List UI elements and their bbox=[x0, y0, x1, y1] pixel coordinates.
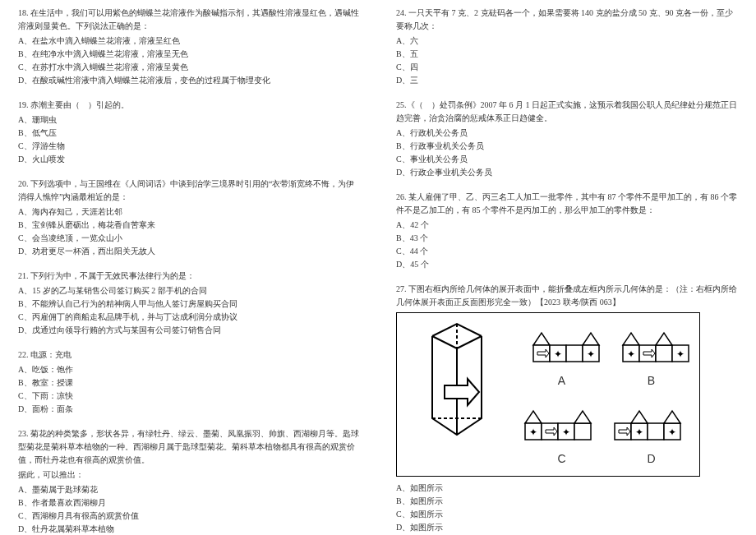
option-b: B、43 个 bbox=[396, 232, 738, 245]
left-column: 18. 在生活中，我们可以用紫色的蝴蝶兰花溶液作为酸碱指示剂，其遇酸性溶液显红色… bbox=[0, 7, 378, 528]
question-stem: 23. 菊花的种类繁多，形状各异，有绿牡丹、绿云、墨菊、凤凰振羽、帅旗、西湖柳月… bbox=[18, 427, 360, 467]
question-stem: 26. 某人雇佣了甲、乙、丙三名工人加工一批零件，其中有 87 个零件不是甲加工… bbox=[396, 191, 738, 217]
question-stem: 22. 电源：充电 bbox=[18, 348, 360, 362]
option-a: A、行政机关公务员 bbox=[396, 127, 738, 140]
question-25: 25.《（ ）处罚条例》2007 年 6 月 1 日起正式实施，这预示着我国公职… bbox=[396, 99, 738, 179]
question-19: 19. 赤潮主要由（ ）引起的。 A、珊瑚虫 B、低气压 C、浮游生物 D、火山… bbox=[18, 99, 360, 166]
option-b: B、作者最喜欢西湖柳月 bbox=[18, 496, 360, 510]
option-d: D、戊通过向领导行贿的方式与某国有公司签订销售合同 bbox=[18, 324, 360, 337]
net-label-a: A bbox=[558, 371, 565, 390]
option-c: C、西湖柳月具有很高的观赏价值 bbox=[18, 510, 360, 523]
option-a: A、在盐水中滴入蝴蝶兰花溶液，溶液呈红色 bbox=[18, 35, 360, 48]
question-stem: 18. 在生活中，我们可以用紫色的蝴蝶兰花溶液作为酸碱指示剂，其遇酸性溶液显红色… bbox=[18, 7, 360, 33]
net-a-icon: ✦ ✦ bbox=[521, 321, 603, 370]
option-b: B、如图所示 bbox=[396, 495, 738, 508]
question-22: 22. 电源：充电 A、吃饭：饱作 B、教室：授课 C、下雨：凉快 D、面粉：面… bbox=[18, 348, 360, 416]
option-b: B、低气压 bbox=[18, 127, 360, 140]
option-b: B、不能辨认自己行为的精神病人甲与他人签订房屋购买合同 bbox=[18, 297, 360, 311]
net-option-a: ✦ ✦ A bbox=[520, 320, 603, 391]
question-26: 26. 某人雇佣了甲、乙、丙三名工人加工一批零件，其中有 87 个零件不是甲加工… bbox=[396, 191, 738, 271]
option-d: D、在酸或碱性溶液中滴入蝴蝶兰花溶液后，变色的过程属于物理变化 bbox=[18, 74, 360, 87]
net-label-d: D bbox=[647, 450, 655, 468]
option-b: B、行政事业机关公务员 bbox=[396, 140, 738, 153]
question-20: 20. 下列选项中，与王国维在《人间词话》中谈到治学三境界时引用的“衣带渐宽终不… bbox=[18, 178, 360, 258]
svg-marker-24 bbox=[525, 411, 542, 423]
option-d: D、如图所示 bbox=[396, 521, 738, 534]
svg-rect-35 bbox=[648, 423, 664, 440]
net-b-icon: ✦ ✦ bbox=[611, 321, 693, 370]
option-a: A、珊瑚虫 bbox=[18, 113, 360, 127]
svg-text:✦: ✦ bbox=[587, 348, 595, 360]
option-c: C、事业机关公务员 bbox=[396, 153, 738, 166]
option-c: C、会当凌绝顶，一览众山小 bbox=[18, 232, 360, 245]
svg-marker-6 bbox=[533, 333, 550, 345]
exam-page: 18. 在生活中，我们可以用紫色的蝴蝶兰花溶液作为酸碱指示剂，其遇酸性溶液显红色… bbox=[0, 0, 756, 535]
option-c: C、四 bbox=[396, 61, 738, 74]
svg-rect-28 bbox=[574, 423, 591, 440]
option-b: B、五 bbox=[396, 48, 738, 61]
right-column: 24. 一只天平有 7 克、2 克砝码各一个，如果需要将 140 克的盐分成 5… bbox=[378, 7, 756, 528]
question-27: 27. 下图右框内所给几何体的展开表面中，能折叠成左框内所示几何体的是：（注：右… bbox=[396, 283, 738, 534]
question-23: 23. 菊花的种类繁多，形状各异，有绿牡丹、绿云、墨菊、凤凰振羽、帅旗、西湖柳月… bbox=[18, 427, 360, 535]
net-option-d: ✦ ✦ D bbox=[610, 398, 693, 469]
svg-line-1 bbox=[432, 336, 457, 348]
option-c: C、浮游生物 bbox=[18, 140, 360, 153]
svg-rect-18 bbox=[656, 345, 672, 362]
question-stem: 19. 赤潮主要由（ ）引起的。 bbox=[18, 99, 360, 112]
question-24: 24. 一只天平有 7 克、2 克砝码各一个，如果需要将 140 克的盐分成 5… bbox=[396, 7, 738, 87]
question-18: 18. 在生活中，我们可以用紫色的蝴蝶兰花溶液作为酸碱指示剂，其遇酸性溶液显红色… bbox=[18, 7, 360, 87]
option-d: D、劝君更尽一杯酒，西出阳关无故人 bbox=[18, 245, 360, 258]
question-stem: 24. 一只天平有 7 克、2 克砝码各一个，如果需要将 140 克的盐分成 5… bbox=[396, 7, 738, 33]
option-d: D、三 bbox=[396, 74, 738, 87]
net-label-c: C bbox=[557, 450, 565, 468]
svg-text:✦: ✦ bbox=[529, 427, 537, 438]
option-c: C、44 个 bbox=[396, 245, 738, 258]
net-option-b: ✦ ✦ B bbox=[610, 320, 693, 391]
option-b: B、在纯净水中滴入蝴蝶兰花溶液，溶液呈无色 bbox=[18, 48, 360, 61]
prism-solid-icon bbox=[403, 320, 510, 468]
option-d: D、行政企事业机关公务员 bbox=[396, 166, 738, 179]
option-a: A、如图所示 bbox=[396, 482, 738, 495]
net-c-icon: ✦ ✦ bbox=[521, 399, 603, 448]
svg-marker-38 bbox=[664, 411, 680, 423]
svg-marker-20 bbox=[656, 333, 672, 345]
option-a: A、42 个 bbox=[396, 219, 738, 232]
option-c: C、如图所示 bbox=[396, 508, 738, 521]
svg-text:✦: ✦ bbox=[554, 348, 562, 360]
svg-text:✦: ✦ bbox=[627, 348, 635, 360]
svg-marker-15 bbox=[623, 333, 639, 345]
svg-text:✦: ✦ bbox=[562, 427, 570, 438]
svg-marker-5 bbox=[445, 379, 479, 405]
option-d: D、面粉：面条 bbox=[18, 403, 360, 416]
question-stem: 27. 下图右框内所给几何体的展开表面中，能折叠成左框内所示几何体的是：（注：右… bbox=[396, 283, 738, 309]
question-stem: 21. 下列行为中，不属于无效民事法律行为的是： bbox=[18, 270, 360, 283]
option-c: C、下雨：凉快 bbox=[18, 390, 360, 403]
svg-marker-29 bbox=[574, 411, 591, 423]
option-c: C、丙雇佣丁的商船走私品牌手机，并与丁达成利润分成协议 bbox=[18, 311, 360, 324]
option-b: B、宝剑锋从磨砺出，梅花香自苦寒来 bbox=[18, 219, 360, 232]
net-label-b: B bbox=[648, 371, 655, 390]
svg-line-2 bbox=[457, 336, 482, 348]
question-stem: 20. 下列选项中，与王国维在《人间词话》中谈到治学三境界时引用的“衣带渐宽终不… bbox=[18, 178, 360, 204]
option-d: D、牡丹花属菊科草本植物 bbox=[18, 523, 360, 535]
net-option-c: ✦ ✦ C bbox=[520, 398, 603, 469]
svg-text:✦: ✦ bbox=[635, 427, 643, 438]
option-c: C、在苏打水中滴入蝴蝶兰花溶液，溶液呈黄色 bbox=[18, 61, 360, 74]
svg-text:✦: ✦ bbox=[668, 427, 676, 438]
option-a: A、15 岁的乙与某销售公司签订购买 2 部手机的合同 bbox=[18, 284, 360, 297]
option-a: A、吃饭：饱作 bbox=[18, 363, 360, 376]
question-stem: 25.《（ ）处罚条例》2007 年 6 月 1 日起正式实施，这预示着我国公职… bbox=[396, 99, 738, 125]
option-a: A、海内存知己，天涯若比邻 bbox=[18, 205, 360, 219]
svg-marker-10 bbox=[583, 333, 599, 345]
option-d: D、火山喷发 bbox=[18, 153, 360, 166]
option-b: B、教室：授课 bbox=[18, 376, 360, 390]
option-d: D、45 个 bbox=[396, 258, 738, 271]
question-21: 21. 下列行为中，不属于无效民事法律行为的是： A、15 岁的乙与某销售公司签… bbox=[18, 270, 360, 337]
net-d-icon: ✦ ✦ bbox=[611, 399, 693, 448]
svg-text:✦: ✦ bbox=[676, 348, 685, 360]
option-a: A、六 bbox=[396, 35, 738, 48]
question-stem-2: 据此，可以推出： bbox=[18, 468, 360, 482]
geometry-figure: ✦ ✦ A bbox=[396, 312, 700, 477]
option-a: A、墨菊属于匙球菊花 bbox=[18, 483, 360, 496]
svg-marker-37 bbox=[631, 411, 648, 423]
